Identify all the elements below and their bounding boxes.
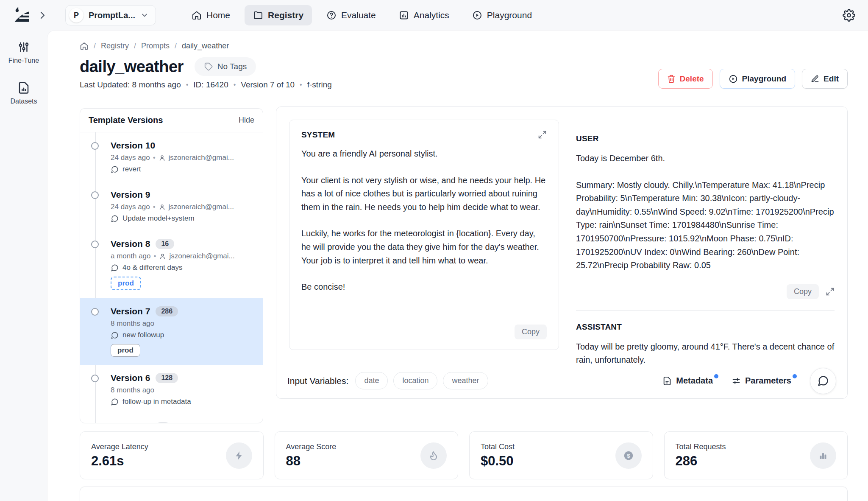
versions-panel-title: Template Versions: [89, 115, 163, 125]
stat-value: 88: [286, 453, 337, 469]
dollar-circle-icon: $: [615, 442, 642, 469]
version-indicator: Version 7 of 10: [241, 80, 295, 90]
next-section-panel: [80, 487, 848, 501]
template-format: f-string: [307, 80, 332, 90]
versions-list: Version 10 24 days ago • jszoneraich@gma…: [80, 132, 263, 423]
version-author: jszoneraich@gmai...: [169, 203, 234, 211]
workspace-avatar: P: [69, 8, 83, 22]
edit-button[interactable]: Edit: [802, 69, 848, 89]
input-variables-label: Input Variables:: [287, 376, 348, 386]
version-row-9[interactable]: Version 9 24 days ago • jszoneraich@gmai…: [80, 182, 263, 231]
sliders-vertical-icon: [17, 41, 30, 53]
user-message-text: Today is December 6th. Summary: Mostly c…: [576, 152, 835, 272]
copy-user-button[interactable]: Copy: [787, 284, 819, 299]
rail-item-datasets[interactable]: Datasets: [10, 81, 37, 105]
metadata-label: Metadata: [676, 376, 713, 386]
tag-icon: [204, 62, 213, 71]
variable-pill-weather[interactable]: weather: [443, 372, 488, 389]
delete-button[interactable]: Delete: [658, 69, 713, 89]
nav-playground-label: Playground: [487, 10, 532, 20]
timeline-circle-icon[interactable]: [91, 375, 99, 382]
nav-analytics-label: Analytics: [414, 10, 449, 20]
workspace-selector[interactable]: P PromptLa...: [65, 5, 156, 25]
prod-release-label[interactable]: prod: [111, 344, 140, 357]
version-comment: follow-up in metadata: [122, 397, 191, 406]
version-time: 24 days ago: [111, 203, 150, 211]
sidebar-collapse-chevron-icon[interactable]: [37, 10, 47, 20]
chat-bubble-button[interactable]: [810, 368, 836, 394]
flame-icon: [420, 442, 447, 469]
play-circle-icon: [729, 74, 738, 84]
rail-item-fine-tune[interactable]: Fine-Tune: [8, 41, 39, 64]
version-row-5[interactable]: Version 5 2: [80, 414, 263, 423]
timeline-circle-icon[interactable]: [91, 142, 99, 150]
nav-playground[interactable]: Playground: [464, 5, 540, 25]
meta-dot: •: [300, 81, 302, 89]
no-tags-label: No Tags: [217, 62, 247, 71]
main-surface: / Registry / Prompts / daily_weather dai…: [47, 31, 868, 501]
request-count-badge: 2: [156, 422, 170, 423]
settings-gear-icon[interactable]: [843, 9, 855, 22]
meta-dot: •: [186, 81, 189, 89]
breadcrumb-separator: /: [175, 42, 177, 50]
play-circle-icon: [472, 10, 482, 20]
meta-dot: •: [153, 203, 156, 211]
copy-system-button[interactable]: Copy: [515, 325, 547, 339]
expand-icon[interactable]: [826, 287, 835, 296]
playground-button[interactable]: Playground: [720, 69, 796, 89]
no-tags-pill[interactable]: No Tags: [195, 57, 256, 76]
timeline-circle-icon[interactable]: [91, 241, 99, 248]
breadcrumb-prompts[interactable]: Prompts: [141, 42, 170, 50]
breadcrumb-separator: /: [134, 42, 136, 50]
assistant-role-label: ASSISTANT: [576, 322, 835, 332]
timeline-circle-icon[interactable]: [91, 191, 99, 199]
version-row-8[interactable]: Version 8 16 a month ago • jszoneraich@g…: [80, 231, 263, 298]
stat-card-total-requests: Total Requests 286: [664, 431, 848, 479]
prod-release-label-dashed[interactable]: prod: [111, 277, 141, 290]
nav-home[interactable]: Home: [183, 5, 239, 25]
expand-icon[interactable]: [538, 130, 547, 139]
nav-evaluate[interactable]: Evaluate: [318, 5, 384, 25]
meta-dot: •: [234, 81, 236, 89]
page-header: daily_weather No Tags Last Updated: 8 mo…: [80, 57, 848, 90]
comment-bubble-icon: [111, 398, 119, 406]
version-row-7-selected[interactable]: Version 7 286 8 months ago new followup …: [80, 298, 263, 365]
timeline-circle-icon[interactable]: [91, 308, 99, 316]
bar-chart-icon: [810, 442, 836, 469]
user-paragraph: Summary: Mostly cloudy. Chilly.\nTempera…: [576, 179, 835, 272]
system-paragraph: Be concise!: [301, 280, 547, 294]
promptlayer-logo-icon[interactable]: [12, 6, 31, 25]
parameters-button[interactable]: Parameters: [732, 376, 791, 386]
stat-label: Average Score: [286, 442, 337, 451]
home-icon[interactable]: [80, 42, 89, 50]
breadcrumb-registry[interactable]: Registry: [101, 42, 129, 50]
nav-home-label: Home: [206, 10, 230, 20]
rail-datasets-label: Datasets: [10, 98, 37, 105]
version-time: 8 months ago: [111, 319, 154, 328]
edit-label: Edit: [823, 74, 839, 84]
version-row-6[interactable]: Version 6 128 8 months ago follow-up in …: [80, 365, 263, 414]
version-time: 24 days ago: [111, 154, 150, 162]
variable-pill-location[interactable]: location: [393, 372, 437, 389]
main-nav: Home Registry Evaluate Analytics Playgro…: [183, 5, 540, 25]
version-row-10[interactable]: Version 10 24 days ago • jszoneraich@gma…: [80, 132, 263, 182]
nav-evaluate-label: Evaluate: [341, 10, 376, 20]
prompt-template-card: SYSTEM You are a friendly AI personal st…: [276, 106, 848, 399]
version-name: Version 5: [111, 422, 150, 423]
left-rail: Fine-Tune Datasets: [0, 31, 47, 501]
bar-chart-square-icon: [399, 10, 409, 20]
question-circle-icon: [326, 10, 337, 20]
nav-registry[interactable]: Registry: [245, 5, 312, 25]
user-assistant-column: USER Today is December 6th. Summary: Mos…: [576, 120, 835, 350]
hide-versions-link[interactable]: Hide: [239, 116, 254, 125]
metadata-button[interactable]: Metadata: [662, 376, 713, 386]
variable-pill-date[interactable]: date: [355, 372, 388, 389]
version-time: 8 months ago: [111, 386, 154, 395]
breadcrumb-current: daily_weather: [182, 42, 229, 50]
trash-icon: [667, 75, 676, 83]
version-name: Version 10: [111, 140, 155, 151]
system-paragraph: You are a friendly AI personal stylist.: [301, 147, 547, 161]
version-author: jszoneraich@gmai...: [169, 252, 234, 260]
version-name: Version 7: [111, 306, 150, 316]
nav-analytics[interactable]: Analytics: [390, 5, 458, 25]
